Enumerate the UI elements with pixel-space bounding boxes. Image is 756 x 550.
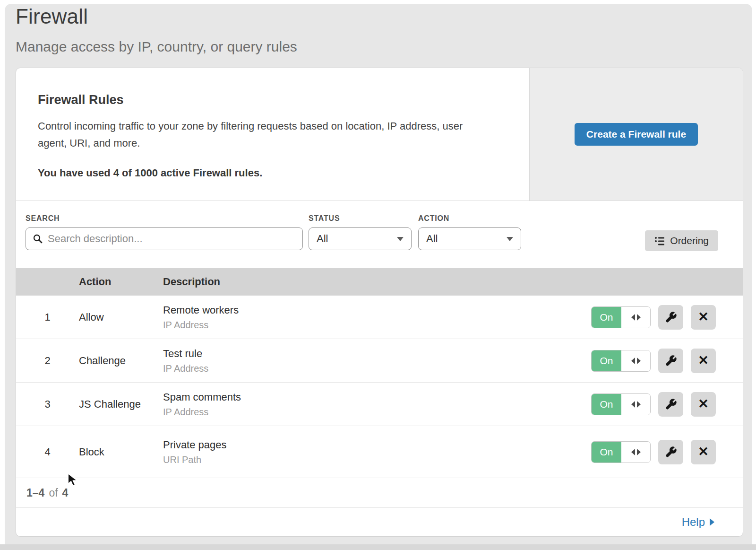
- status-select[interactable]: All: [309, 227, 412, 250]
- rule-enabled-toggle[interactable]: On: [591, 306, 651, 328]
- rule-match-type: IP Address: [163, 407, 591, 418]
- filter-bar: SEARCH STATUS All ACTION All: [16, 201, 743, 268]
- rule-controls: On ✕: [591, 392, 743, 417]
- toggle-on-label[interactable]: On: [592, 350, 621, 371]
- triangle-left-icon: [631, 314, 635, 321]
- search-filter-group: SEARCH: [26, 214, 303, 250]
- edit-rule-button[interactable]: [658, 349, 683, 373]
- table-header: Action Description: [16, 268, 743, 296]
- triangle-right-icon: [637, 314, 641, 321]
- wrench-icon: [665, 446, 677, 458]
- edit-rule-button[interactable]: [658, 305, 683, 330]
- pagination-total: 4: [62, 487, 69, 499]
- rule-match-type: IP Address: [163, 320, 591, 331]
- delete-rule-button[interactable]: ✕: [691, 440, 716, 464]
- toggle-arrows-icon[interactable]: [621, 307, 650, 328]
- table-row: 2 Challenge Test rule IP Address On ✕: [16, 339, 743, 383]
- rule-priority: 2: [16, 355, 79, 367]
- status-selected-value: All: [317, 233, 397, 245]
- rule-description: Test rule: [163, 348, 591, 360]
- action-filter-group: ACTION All: [418, 214, 521, 250]
- close-icon: ✕: [698, 311, 709, 323]
- close-icon: ✕: [698, 398, 709, 410]
- table-row: 1 Allow Remote workers IP Address On ✕: [16, 296, 743, 339]
- action-selected-value: All: [426, 233, 507, 245]
- edit-rule-button[interactable]: [658, 440, 683, 464]
- column-description: Description: [163, 276, 743, 288]
- edit-rule-button[interactable]: [658, 392, 683, 417]
- search-label: SEARCH: [26, 214, 303, 223]
- pagination: 1–4 of 4: [16, 478, 743, 508]
- delete-rule-button[interactable]: ✕: [691, 392, 716, 417]
- search-icon: [33, 234, 43, 244]
- rule-description-cell: Spam comments IP Address: [163, 391, 591, 418]
- triangle-right-icon: [637, 358, 641, 364]
- rule-action: JS Challenge: [79, 398, 163, 410]
- close-icon: ✕: [698, 445, 709, 458]
- close-icon: ✕: [698, 354, 709, 367]
- hero-usage-count: You have used 4 of 1000 active Firewall …: [38, 167, 510, 179]
- wrench-icon: [665, 311, 677, 323]
- triangle-left-icon: [631, 358, 635, 364]
- table-row: 4 Block Private pages URI Path On ✕: [16, 426, 743, 478]
- rule-action: Block: [79, 446, 163, 458]
- triangle-right-icon: [637, 401, 641, 408]
- chevron-down-icon: [507, 237, 513, 241]
- bottom-band: [0, 544, 756, 550]
- status-filter-group: STATUS All: [309, 214, 412, 250]
- search-box[interactable]: [26, 227, 303, 250]
- rule-description-cell: Private pages URI Path: [163, 439, 591, 465]
- hero-description: Control incoming traffic to your zone by…: [38, 118, 487, 152]
- rule-description-cell: Test rule IP Address: [163, 348, 591, 374]
- toggle-arrows-icon[interactable]: [621, 442, 650, 463]
- create-firewall-rule-button[interactable]: Create a Firewall rule: [575, 123, 698, 146]
- rule-description: Spam comments: [163, 391, 591, 403]
- toggle-on-label[interactable]: On: [592, 307, 621, 328]
- chevron-down-icon: [397, 237, 404, 241]
- rule-enabled-toggle[interactable]: On: [591, 441, 651, 463]
- ordering-button-label: Ordering: [670, 235, 709, 246]
- hero-section: Firewall Rules Control incoming traffic …: [16, 68, 743, 201]
- action-label: ACTION: [418, 214, 521, 223]
- rule-enabled-toggle[interactable]: On: [591, 393, 651, 415]
- rule-controls: On ✕: [591, 305, 743, 330]
- triangle-right-icon: [637, 449, 641, 455]
- rule-match-type: IP Address: [163, 363, 591, 374]
- column-action: Action: [79, 276, 163, 288]
- delete-rule-button[interactable]: ✕: [691, 349, 716, 373]
- wrench-icon: [665, 398, 677, 410]
- triangle-left-icon: [631, 449, 635, 455]
- toggle-on-label[interactable]: On: [592, 442, 621, 463]
- toggle-on-label[interactable]: On: [592, 394, 621, 415]
- rule-priority: 1: [16, 311, 79, 323]
- toggle-arrows-icon[interactable]: [621, 394, 650, 415]
- table-body: 1 Allow Remote workers IP Address On ✕: [16, 296, 743, 478]
- rule-controls: On ✕: [591, 349, 743, 373]
- action-select[interactable]: All: [418, 227, 521, 250]
- hero-heading: Firewall Rules: [38, 93, 510, 107]
- firewall-rules-card: Firewall Rules Control incoming traffic …: [16, 68, 743, 537]
- rule-description-cell: Remote workers IP Address: [163, 304, 591, 331]
- pagination-of: of: [49, 487, 58, 499]
- help-link[interactable]: Help: [682, 515, 705, 529]
- search-input[interactable]: [48, 233, 296, 245]
- rule-priority: 4: [16, 446, 79, 458]
- rule-priority: 3: [16, 398, 79, 410]
- triangle-left-icon: [631, 401, 635, 408]
- rule-action: Challenge: [79, 355, 163, 367]
- help-footer: Help: [16, 508, 743, 536]
- page-subtitle: Manage access by IP, country, or query r…: [16, 39, 297, 55]
- page-title: Firewall: [16, 5, 297, 28]
- rule-controls: On ✕: [591, 440, 743, 464]
- ordered-list-icon: [654, 236, 665, 246]
- table-row: 3 JS Challenge Spam comments IP Address …: [16, 383, 743, 426]
- rule-description: Remote workers: [163, 304, 591, 316]
- hero-text-block: Firewall Rules Control incoming traffic …: [16, 68, 529, 201]
- delete-rule-button[interactable]: ✕: [691, 305, 716, 330]
- wrench-icon: [665, 355, 677, 367]
- rule-enabled-toggle[interactable]: On: [591, 350, 651, 372]
- toggle-arrows-icon[interactable]: [621, 350, 650, 371]
- rule-description: Private pages: [163, 439, 591, 451]
- ordering-button[interactable]: Ordering: [645, 230, 718, 251]
- pagination-range: 1–4: [26, 487, 44, 499]
